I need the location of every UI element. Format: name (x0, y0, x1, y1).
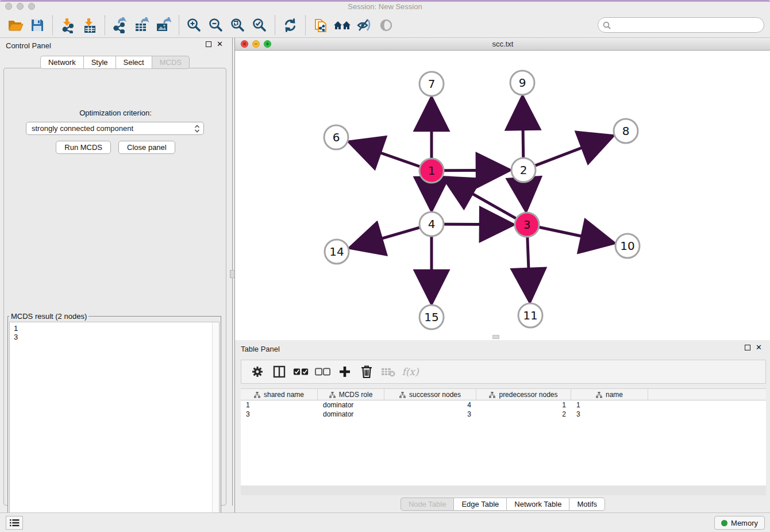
settings-gear-icon[interactable] (249, 364, 265, 380)
add-column-icon[interactable] (337, 364, 353, 380)
import-table-icon[interactable] (79, 15, 101, 36)
split-view-icon[interactable] (271, 364, 287, 380)
duplicate-network-icon[interactable] (310, 15, 332, 36)
zoom-selected-icon[interactable] (249, 15, 271, 36)
tab-node-table[interactable]: Node Table (401, 498, 454, 511)
graph-node-10[interactable]: 10 (615, 234, 640, 258)
table-row-0[interactable]: 1dominator411 (241, 400, 766, 410)
toolbar-separator (179, 16, 179, 35)
mcds-result-list[interactable]: 1 3 (10, 322, 212, 530)
network-canvas[interactable]: 7968124314101511 (235, 51, 770, 340)
close-view-icon[interactable]: × (241, 40, 248, 48)
zoom-fit-icon[interactable] (227, 15, 249, 36)
graph-node-11[interactable]: 11 (518, 303, 542, 327)
deselect-all-icon[interactable] (315, 364, 331, 380)
graph-node-9[interactable]: 9 (510, 71, 534, 95)
column-header-shared-name[interactable]: shared name (241, 389, 318, 400)
tab-motifs[interactable]: Motifs (569, 498, 605, 511)
graph-node-1[interactable]: 1 (419, 159, 444, 183)
scrollbar[interactable] (212, 322, 219, 530)
network-titlebar[interactable]: × − + scc.txt (235, 38, 770, 51)
graph-edge-3-11[interactable] (528, 237, 530, 299)
search-icon (603, 21, 611, 29)
graph-node-3[interactable]: 3 (515, 213, 539, 237)
table-panel-title: Table Panel (241, 345, 280, 353)
export-table-icon[interactable] (131, 15, 153, 36)
node-table: shared nameMCDS rolesuccessor nodesprede… (241, 388, 766, 485)
refresh-icon[interactable] (279, 15, 301, 36)
export-image-icon[interactable] (153, 15, 175, 36)
graph-edge-3-1[interactable] (445, 179, 515, 218)
network-view-title: scc.txt (235, 40, 770, 48)
graph-edge-4-14[interactable] (352, 228, 419, 247)
search-field[interactable] (598, 17, 764, 33)
column-header-mcds-role[interactable]: MCDS role (318, 389, 384, 400)
table-hscrollbar[interactable] (241, 485, 766, 495)
tab-edge-table[interactable]: Edge Table (453, 498, 506, 511)
graph-node-7[interactable]: 7 (419, 72, 444, 96)
run-mcds-button[interactable]: Run MCDS (56, 141, 111, 154)
import-network-icon[interactable] (57, 15, 79, 36)
delete-table-icon[interactable] (380, 364, 396, 380)
bird-view-icon[interactable] (375, 15, 397, 36)
show-all-views-icon[interactable] (332, 15, 353, 36)
graph-edge-1-6[interactable] (351, 142, 419, 167)
tab-select[interactable]: Select (116, 56, 152, 69)
search-input[interactable] (614, 21, 764, 29)
column-header-predecessor-nodes[interactable]: predecessor nodes (476, 389, 571, 400)
column-header-name[interactable]: name (571, 389, 648, 400)
table-cell[interactable]: dominator (318, 410, 384, 419)
table-row-1[interactable]: 3dominator323 (241, 410, 766, 419)
table-cell[interactable]: 2 (476, 410, 571, 419)
tab-network-table[interactable]: Network Table (506, 498, 569, 511)
graph-node-4[interactable]: 4 (419, 212, 444, 236)
graph-edge-1-2[interactable] (444, 170, 507, 171)
close-panel-button[interactable]: Close panel (118, 141, 175, 154)
column-header-successor-nodes[interactable]: successor nodes (384, 389, 476, 400)
table-cell[interactable]: 1 (241, 400, 318, 410)
graph-edge-3-10[interactable] (540, 228, 612, 243)
table-cell[interactable]: 4 (384, 400, 476, 410)
delete-icon[interactable] (359, 364, 375, 380)
tab-style[interactable]: Style (83, 56, 116, 69)
svg-text:10: 10 (620, 239, 634, 253)
view-resize-grip[interactable] (492, 335, 499, 339)
memory-button[interactable]: Memory (714, 516, 765, 530)
float-panel-icon[interactable] (206, 41, 211, 47)
optimization-criterion-value: strongly connected component (32, 124, 133, 133)
float-panel-icon[interactable] (745, 345, 750, 350)
table-cell[interactable]: 1 (571, 400, 648, 410)
select-all-icon[interactable] (293, 364, 309, 380)
svg-text:9: 9 (519, 76, 526, 90)
zoom-in-icon[interactable] (183, 15, 205, 36)
graph-node-8[interactable]: 8 (614, 119, 638, 143)
table-cell[interactable]: 3 (241, 410, 318, 419)
hide-graphics-details-icon[interactable] (353, 15, 375, 36)
graph-edge-2-3[interactable] (524, 183, 526, 209)
graph-edge-2-9[interactable] (522, 99, 523, 157)
close-panel-icon[interactable]: ✕ (217, 41, 223, 47)
panel-splitter[interactable] (226, 38, 234, 512)
zoom-out-icon[interactable] (205, 15, 227, 36)
maximize-view-icon[interactable]: + (264, 40, 271, 48)
graph-edge-2-8[interactable] (536, 137, 611, 165)
minimize-view-icon[interactable]: − (252, 40, 260, 48)
open-session-icon[interactable] (5, 15, 26, 36)
function-builder-icon[interactable]: f(x) (402, 364, 418, 380)
table-cell[interactable]: 3 (571, 410, 648, 419)
save-session-icon[interactable] (26, 15, 48, 36)
table-cell[interactable]: dominator (318, 400, 384, 410)
export-network-icon[interactable] (109, 15, 131, 36)
tab-network[interactable]: Network (40, 56, 83, 69)
table-cell[interactable]: 3 (384, 410, 476, 419)
tab-mcds[interactable]: MCDS (152, 56, 190, 69)
graph-node-6[interactable]: 6 (324, 125, 348, 149)
optimization-criterion-select[interactable]: strongly connected component (26, 122, 204, 135)
graph-node-2[interactable]: 2 (511, 158, 536, 182)
table-cell[interactable]: 1 (476, 400, 571, 410)
app-menu-button[interactable] (6, 516, 23, 530)
graph-node-14[interactable]: 14 (325, 240, 349, 264)
graph-edge-4-3[interactable] (444, 224, 511, 225)
close-panel-icon[interactable]: ✕ (756, 345, 762, 350)
graph-node-15[interactable]: 15 (419, 305, 444, 329)
